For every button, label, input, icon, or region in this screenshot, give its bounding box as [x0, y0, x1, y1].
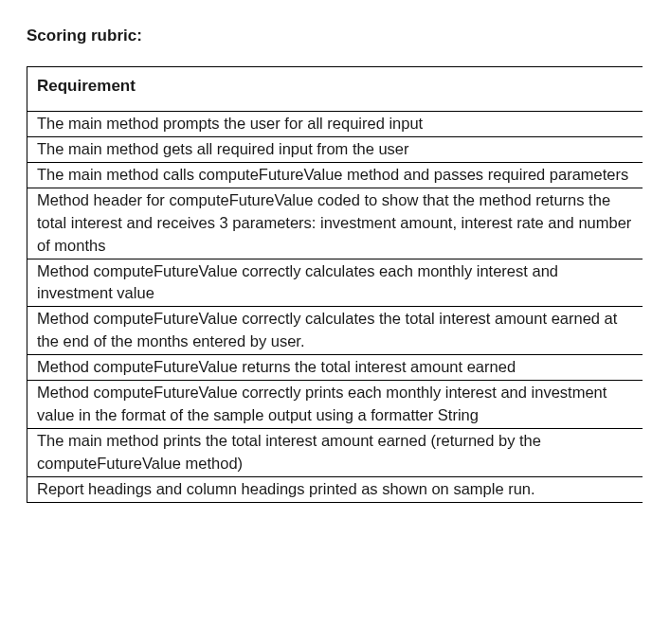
table-row: The main method prints the total interes… [27, 428, 643, 476]
table-header-requirement: Requirement [27, 67, 643, 112]
table-row: Report headings and column headings prin… [27, 476, 643, 502]
table-row: Method computeFutureValue correctly prin… [27, 381, 643, 429]
table-row: Method computeFutureValue correctly calc… [27, 259, 643, 307]
table-row: The main method calls computeFutureValue… [27, 162, 643, 188]
rubric-title: Scoring rubric: [27, 27, 652, 45]
table-row: Method computeFutureValue returns the to… [27, 355, 643, 381]
rubric-table: Requirement The main method prompts the … [27, 66, 643, 503]
table-row: The main method prompts the user for all… [27, 112, 643, 137]
table-row: Method header for computeFutureValue cod… [27, 188, 643, 259]
table-row: Method computeFutureValue correctly calc… [27, 307, 643, 355]
table-row: The main method gets all required input … [27, 136, 643, 162]
